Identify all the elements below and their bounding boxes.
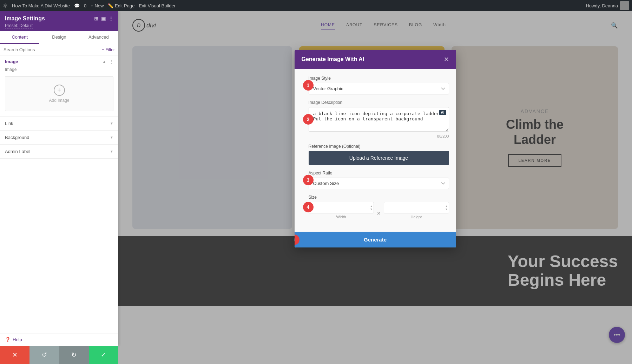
link-chevron-icon: ▼ xyxy=(110,121,113,125)
search-options-input[interactable] xyxy=(4,47,102,52)
modal-title: Generate Image With AI xyxy=(302,56,364,62)
step-3-row: 3 Aspect Ratio Custom Size Square (1:1) … xyxy=(309,171,449,189)
width-wrap: 240 ▲ ▼ Width xyxy=(309,202,374,219)
link-section[interactable]: Link ▼ xyxy=(0,117,118,131)
aspect-ratio-select[interactable]: Custom Size Square (1:1) Landscape (16:9… xyxy=(309,178,449,189)
add-image-label: Add Image xyxy=(49,98,69,103)
step-1-bubble: 1 xyxy=(303,80,314,91)
redo-icon: ↻ xyxy=(71,351,77,359)
image-section-title: Image xyxy=(5,59,18,64)
upload-reference-button[interactable]: Upload a Reference Image xyxy=(309,151,449,165)
wp-logo-icon: ⚛ xyxy=(3,2,8,9)
undo-button[interactable]: ↺ xyxy=(29,346,59,364)
comments-count: 0 xyxy=(84,3,86,8)
step-4-row: 4 Size 240 ▲ ▼ xyxy=(309,195,449,219)
edit-page-link[interactable]: ✏️ Edit Page xyxy=(108,3,134,8)
panel-sections: Image ▲ ⋮ Image + Add Image Link ▼ Backg… xyxy=(0,55,118,333)
step-3-bubble: 3 xyxy=(303,175,314,185)
width-spin-arrows: ▲ ▼ xyxy=(370,205,373,211)
size-row: 240 ▲ ▼ Width ✕ xyxy=(309,202,449,219)
height-up-arrow[interactable]: ▲ xyxy=(445,205,448,207)
admin-label-section[interactable]: Admin Label ▼ xyxy=(0,145,118,159)
ai-badge: AI xyxy=(439,110,446,115)
step-2-bubble: 2 xyxy=(303,114,314,125)
height-label: Height xyxy=(384,215,449,219)
size-label: Size xyxy=(309,195,449,200)
width-input[interactable]: 240 xyxy=(309,202,374,213)
search-options-bar: + Filter xyxy=(0,44,118,55)
panel-header: Image Settings ⊞ ▣ ⋮ Preset: Default xyxy=(0,11,118,31)
size-x-separator: ✕ xyxy=(377,211,381,219)
exit-builder-link[interactable]: Exit Visual Builder xyxy=(139,3,176,8)
width-up-arrow[interactable]: ▲ xyxy=(370,205,373,207)
width-down-arrow[interactable]: ▼ xyxy=(370,208,373,211)
modal-header: Generate Image With AI ✕ xyxy=(295,50,456,69)
panel-icon-more[interactable]: ⋮ xyxy=(108,16,113,21)
new-post-link[interactable]: + New xyxy=(91,3,104,8)
image-desc-field: Image Description a black line icon depi… xyxy=(309,100,449,138)
confirm-icon: ✓ xyxy=(101,351,106,359)
height-spin-arrows: ▲ ▼ xyxy=(445,205,448,211)
aspect-ratio-label: Aspect Ratio xyxy=(309,171,449,176)
image-collapse-icon[interactable]: ▲ xyxy=(102,59,106,64)
image-style-field: Image Style Vector Graphic Photorealisti… xyxy=(309,76,449,94)
cancel-button[interactable]: ✕ xyxy=(0,346,29,364)
image-style-select[interactable]: Vector Graphic Photorealistic Illustrati… xyxy=(309,83,449,94)
height-wrap: 400 ▲ ▼ Height xyxy=(384,202,449,219)
image-desc-label: Image Description xyxy=(309,100,449,105)
cancel-icon: ✕ xyxy=(12,351,18,359)
comment-separator: 💬 xyxy=(74,3,80,8)
panel-title-text: Image Settings xyxy=(5,15,45,22)
height-input-wrap: 400 ▲ ▼ xyxy=(384,202,449,213)
height-down-arrow[interactable]: ▼ xyxy=(445,208,448,211)
link-section-title: Link xyxy=(5,121,13,126)
image-sub-label: Image xyxy=(5,67,113,72)
modal-overlay: Generate Image With AI ✕ 1 Image Style V… xyxy=(118,11,632,364)
panel-title-row: Image Settings ⊞ ▣ ⋮ xyxy=(5,15,113,22)
generate-button[interactable]: Generate xyxy=(295,232,456,247)
admin-avatar xyxy=(620,1,629,10)
bottom-bar: ✕ ↺ ↻ ✓ xyxy=(0,346,118,364)
howdy-text: Howdy, Deanna xyxy=(586,3,618,8)
image-section-header[interactable]: Image ▲ ⋮ xyxy=(5,59,113,64)
width-input-wrap: 240 ▲ ▼ xyxy=(309,202,374,213)
tab-advanced[interactable]: Advanced xyxy=(79,31,118,44)
image-more-icon[interactable]: ⋮ xyxy=(109,59,113,64)
admin-user-info: Howdy, Deanna xyxy=(586,1,629,10)
step-5-wrap: 5 Generate xyxy=(295,232,456,247)
reference-image-label: Reference Image (Optional) xyxy=(309,144,449,149)
step-2-row: 2 Image Description a black line icon de… xyxy=(309,100,449,138)
background-section[interactable]: Background ▼ xyxy=(0,131,118,145)
panel-icon-module[interactable]: ▣ xyxy=(101,16,106,21)
site-name[interactable]: How To Make A Divi Website xyxy=(12,3,70,8)
help-footer[interactable]: ❓ Help xyxy=(0,333,118,346)
image-desc-textarea[interactable]: a black line icon depicting a corporate … xyxy=(309,107,449,132)
website-preview: D divi HOME ABOUT SERVICES BLOG Width 🔍 … xyxy=(118,11,632,364)
image-desc-wrapper: a black line icon depicting a corporate … xyxy=(309,107,449,133)
size-field: Size 240 ▲ ▼ Width xyxy=(309,195,449,219)
step-1-row: 1 Image Style Vector Graphic Photorealis… xyxy=(309,76,449,94)
admin-label-chevron-icon: ▼ xyxy=(110,150,113,153)
generate-image-modal: Generate Image With AI ✕ 1 Image Style V… xyxy=(295,50,456,247)
tab-design[interactable]: Design xyxy=(39,31,79,44)
admin-bar: ⚛ How To Make A Divi Website 💬 0 + New ✏… xyxy=(0,0,632,11)
confirm-button[interactable]: ✓ xyxy=(89,346,118,364)
image-section-icons: ▲ ⋮ xyxy=(102,59,113,64)
height-input[interactable]: 400 xyxy=(384,202,449,213)
filter-button[interactable]: + Filter xyxy=(102,47,115,52)
add-image-placeholder[interactable]: + Add Image xyxy=(5,76,113,111)
panel-icon-responsive[interactable]: ⊞ xyxy=(94,16,98,21)
modal-body: 1 Image Style Vector Graphic Photorealis… xyxy=(295,69,456,232)
char-count: 88/200 xyxy=(309,134,449,138)
panel-title-icons: ⊞ ▣ ⋮ xyxy=(94,16,113,21)
modal-close-button[interactable]: ✕ xyxy=(444,55,449,63)
image-section: Image ▲ ⋮ Image + Add Image xyxy=(0,55,118,117)
panel-tabs: Content Design Advanced xyxy=(0,31,118,44)
redo-button[interactable]: ↻ xyxy=(59,346,89,364)
add-image-circle-icon: + xyxy=(54,85,65,96)
admin-label-section-title: Admin Label xyxy=(5,149,30,154)
image-style-label: Image Style xyxy=(309,76,449,81)
background-section-title: Background xyxy=(5,135,29,140)
width-label: Width xyxy=(309,215,374,219)
tab-content[interactable]: Content xyxy=(0,31,39,44)
